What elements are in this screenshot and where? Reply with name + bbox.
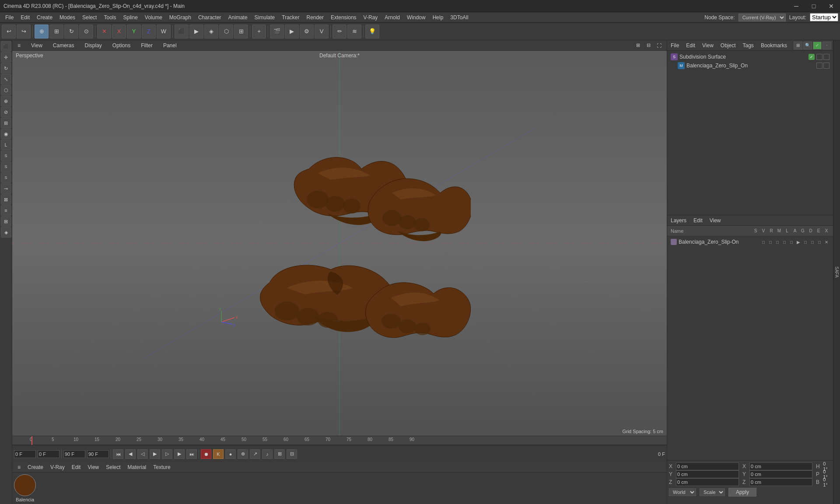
- menu-extensions[interactable]: Extensions: [327, 14, 360, 21]
- layers-menu-edit[interactable]: Edit: [692, 217, 704, 224]
- mat-menu-texture[interactable]: Texture: [151, 463, 172, 471]
- viewport-icon-1[interactable]: ⊞: [634, 41, 642, 50]
- menu-modes[interactable]: Modes: [56, 14, 79, 21]
- scale-dropdown[interactable]: Scale: [700, 488, 725, 496]
- tl-btn-extra2[interactable]: ⊟: [287, 449, 297, 459]
- rect-select-tool[interactable]: L: [1, 140, 11, 150]
- menu-vray[interactable]: V-Ray: [360, 14, 382, 21]
- record-button[interactable]: ⏺: [201, 449, 211, 459]
- world-axis-button[interactable]: W: [157, 24, 171, 38]
- node-space-dropdown[interactable]: Current (V-Ray): [738, 14, 786, 21]
- menu-arnold[interactable]: Arnold: [381, 14, 403, 21]
- menu-edit[interactable]: Edit: [17, 14, 33, 21]
- x-position-input[interactable]: [676, 462, 739, 470]
- mat-menu-material[interactable]: Material: [126, 463, 148, 471]
- render-view-button[interactable]: 🎬: [270, 24, 284, 38]
- viewport-icon-2[interactable]: ⊟: [644, 41, 653, 50]
- mat-menu-select[interactable]: Select: [104, 463, 122, 471]
- extrude-tool[interactable]: ⊕: [1, 96, 11, 106]
- poly-mode-button[interactable]: ⬡: [219, 24, 233, 38]
- rotate-tool-button[interactable]: ↻: [64, 24, 78, 38]
- rotate-tool[interactable]: ↻: [1, 63, 11, 74]
- tool-15[interactable]: ⊠: [1, 194, 11, 205]
- obj-menu-object[interactable]: Object: [719, 42, 738, 49]
- object-select-button[interactable]: ⬛: [175, 24, 189, 38]
- prev-key-button[interactable]: ◁: [137, 449, 148, 459]
- obj-icon-search[interactable]: 🔍: [803, 42, 812, 49]
- x-axis-button[interactable]: X: [112, 24, 126, 38]
- menu-window[interactable]: Window: [403, 14, 429, 21]
- move-tool[interactable]: ✛: [1, 52, 11, 63]
- move-tool-button[interactable]: ⊕: [35, 24, 49, 38]
- subdiv-cb-2[interactable]: [823, 54, 830, 60]
- transform-tool-button[interactable]: ⊙: [79, 24, 93, 38]
- light-button[interactable]: 💡: [365, 24, 379, 38]
- layer-flag-d[interactable]: □: [809, 239, 816, 245]
- viewport-icon-fullscreen[interactable]: ⛶: [654, 41, 663, 50]
- knife-tool[interactable]: ⊘: [1, 107, 11, 117]
- redo-button[interactable]: ↪: [17, 24, 31, 38]
- end-frame-input[interactable]: [63, 450, 85, 458]
- poly-tool[interactable]: ⬡: [1, 85, 11, 95]
- auto-key-button[interactable]: K: [213, 449, 224, 459]
- menu-mograph[interactable]: MoGraph: [166, 14, 195, 21]
- apply-button[interactable]: Apply: [728, 488, 756, 497]
- mat-menu-vray[interactable]: V-Ray: [49, 463, 66, 471]
- layer-flag-r[interactable]: □: [774, 239, 780, 245]
- timeline-ruler[interactable]: 0 5 10 15 20 25 30 35 40 45 50 55 60 65 …: [12, 436, 667, 445]
- obj-menu-edit[interactable]: Edit: [684, 42, 697, 49]
- obj-menu-view[interactable]: View: [700, 42, 715, 49]
- go-to-end-button[interactable]: ⏭: [186, 449, 197, 459]
- viewport-menu-display[interactable]: Display: [83, 42, 104, 49]
- obj-icon-filter[interactable]: ⊞: [794, 42, 802, 49]
- menu-simulate[interactable]: Simulate: [251, 14, 279, 21]
- smooth-button[interactable]: ≋: [347, 24, 361, 38]
- viewport-menu-view[interactable]: View: [29, 42, 44, 49]
- mesh-cb-2[interactable]: [823, 63, 830, 69]
- uv-mode-button[interactable]: ⊞: [234, 24, 248, 38]
- play-button[interactable]: ▶: [150, 449, 160, 459]
- next-key-button[interactable]: ▷: [162, 449, 172, 459]
- key-button[interactable]: ●: [225, 449, 236, 459]
- viewport-menu-hamburger[interactable]: ≡: [16, 42, 22, 49]
- fill-select-tool[interactable]: S: [1, 172, 11, 183]
- viewport-menu-cameras[interactable]: Cameras: [51, 42, 76, 49]
- render-settings-button[interactable]: ⚙: [300, 24, 314, 38]
- obj-icon-check1[interactable]: ✓: [813, 42, 822, 49]
- vray-render-button[interactable]: V: [315, 24, 329, 38]
- obj-menu-tags[interactable]: Tags: [741, 42, 756, 49]
- layer-flag-x[interactable]: ✕: [823, 239, 830, 245]
- mat-menu-view[interactable]: View: [86, 463, 101, 471]
- tool-14[interactable]: ⊸: [1, 183, 11, 194]
- undo-button[interactable]: ↩: [2, 24, 16, 38]
- viewport-menu-options[interactable]: Options: [111, 42, 132, 49]
- layer-flag-e[interactable]: □: [816, 239, 822, 245]
- obj-icon-check2[interactable]: ·: [822, 42, 831, 49]
- tool-17[interactable]: ⊞: [1, 216, 11, 227]
- scale-tool-button[interactable]: ⊞: [49, 24, 63, 38]
- ring-select-tool[interactable]: S: [1, 161, 11, 172]
- prev-frame-button[interactable]: ◀: [125, 449, 136, 459]
- start-frame-input[interactable]: [14, 450, 36, 458]
- menu-render[interactable]: Render: [303, 14, 327, 21]
- tool-18[interactable]: ◈: [1, 227, 11, 238]
- mat-menu-create[interactable]: Create: [26, 463, 45, 471]
- menu-3dtoall[interactable]: 3DToAll: [447, 14, 472, 21]
- layout-dropdown[interactable]: Startup: [810, 13, 838, 21]
- object-item-subdivision[interactable]: S Subdivision Surface ✓: [669, 52, 831, 61]
- z-axis-button[interactable]: Z: [142, 24, 156, 38]
- material-swatch[interactable]: [14, 474, 36, 496]
- layer-row-1[interactable]: Balenciaga_Zero_Slip-On □ □ □ □ □ ▶ □ □ …: [669, 238, 831, 246]
- add-button[interactable]: +: [252, 24, 266, 38]
- next-frame-button[interactable]: ▶: [174, 449, 185, 459]
- safa-tab[interactable]: SAFA: [833, 265, 840, 280]
- scale-tool[interactable]: ⤡: [1, 74, 11, 84]
- z-position-input[interactable]: [676, 478, 739, 486]
- paint-select-tool[interactable]: ◉: [1, 129, 11, 139]
- key-all-button[interactable]: ⊕: [238, 449, 248, 459]
- subdiv-cb-1[interactable]: [816, 54, 822, 60]
- render-button[interactable]: ▶: [285, 24, 299, 38]
- layers-menu-layers[interactable]: Layers: [669, 217, 688, 224]
- z-rotation-input[interactable]: [749, 478, 812, 486]
- go-to-start-button[interactable]: ⏮: [113, 449, 123, 459]
